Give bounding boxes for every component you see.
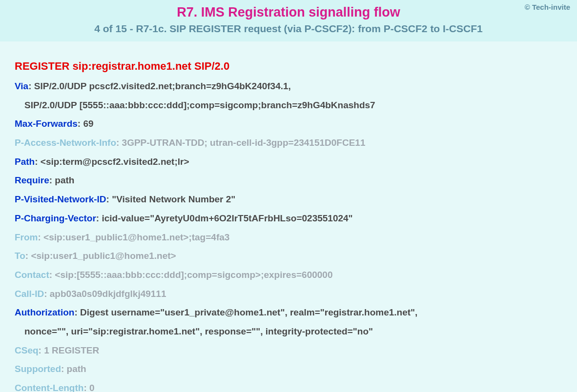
- to-header: To: <sip:user1_public1@home1.net>: [15, 250, 562, 262]
- contentlength-name: Content-Length: [15, 383, 83, 392]
- p-access-network-info-header: P-Access-Network-Info: 3GPP-UTRAN-TDD; u…: [15, 137, 562, 149]
- via-header-name: Via: [15, 81, 28, 91]
- via-header-cont: SIP/2.0/UDP [5555::aaa:bbb:ccc:ddd];comp…: [15, 99, 562, 112]
- pvni-value: : "Visited Network Number 2": [106, 194, 236, 204]
- call-id-header: Call-ID: apb03a0s09dkjdfglkj49111: [15, 288, 562, 300]
- supported-name: Supported: [15, 364, 61, 374]
- contentlength-value: : 0: [83, 383, 94, 392]
- authorization-header-cont: nonce="", uri="sip:registrar.home1.net",…: [15, 326, 562, 338]
- pcv-name: P-Charging-Vector: [15, 213, 96, 223]
- require-name: Require: [15, 175, 49, 185]
- to-name: To: [15, 251, 25, 261]
- to-value: : <sip:user1_public1@home1.net>: [25, 251, 176, 261]
- via-header-value1: : SIP/2.0/UDP pcscf2.visited2.net;branch…: [28, 81, 291, 91]
- sip-request-line: REGISTER sip:registrar.home1.net SIP/2.0: [15, 60, 562, 73]
- document-subtitle: 4 of 15 - R7-1c. SIP REGISTER request (v…: [10, 23, 567, 35]
- max-forwards-value: : 69: [78, 118, 94, 129]
- pani-name: P-Access-Network-Info: [15, 137, 116, 148]
- contact-name: Contact: [15, 270, 49, 280]
- auth-value1: : Digest username="user1_private@home1.n…: [74, 307, 417, 317]
- sip-method: REGISTER: [15, 60, 69, 72]
- document-title: R7. IMS Registration signalling flow: [10, 5, 567, 20]
- p-visited-network-id-header: P-Visited-Network-ID: "Visited Network N…: [15, 194, 562, 206]
- pvni-name: P-Visited-Network-ID: [15, 194, 106, 204]
- contact-value: : <sip:[5555::aaa:bbb:ccc:ddd];comp=sigc…: [49, 270, 333, 280]
- sip-request-uri: sip:registrar.home1.net SIP/2.0: [73, 60, 230, 72]
- document-header: R7. IMS Registration signalling flow 4 o…: [0, 0, 577, 41]
- contact-header: Contact: <sip:[5555::aaa:bbb:ccc:ddd];co…: [15, 269, 562, 281]
- path-name: Path: [15, 157, 35, 167]
- content-length-header: Content-Length: 0: [15, 382, 562, 392]
- from-value: : <sip:user1_public1@home1.net>;tag=4fa3: [38, 232, 230, 242]
- require-value: : path: [49, 175, 75, 185]
- pcv-value: : icid-value="AyretyU0dm+6O2IrT5tAFrbHLs…: [96, 213, 353, 223]
- cseq-value: : 1 REGISTER: [39, 345, 100, 355]
- authorization-header: Authorization: Digest username="user1_pr…: [15, 307, 562, 319]
- callid-name: Call-ID: [15, 289, 44, 299]
- sip-message-content: REGISTER sip:registrar.home1.net SIP/2.0…: [0, 41, 577, 392]
- callid-value: : apb03a0s09dkjdfglkj49111: [44, 289, 166, 299]
- cseq-header: CSeq: 1 REGISTER: [15, 345, 562, 357]
- copyright-notice: © Tech-invite: [525, 3, 570, 11]
- auth-value2: nonce="", uri="sip:registrar.home1.net",…: [24, 326, 373, 336]
- from-name: From: [15, 232, 38, 242]
- supported-value: : path: [61, 364, 86, 374]
- max-forwards-name: Max-Forwards: [15, 118, 78, 129]
- require-header: Require: path: [15, 175, 562, 187]
- cseq-name: CSeq: [15, 345, 39, 355]
- path-header: Path: <sip:term@pcscf2.visited2.net;lr>: [15, 156, 562, 168]
- pani-value: : 3GPP-UTRAN-TDD; utran-cell-id-3gpp=234…: [116, 137, 365, 148]
- via-header: Via: SIP/2.0/UDP pcscf2.visited2.net;bra…: [15, 80, 562, 93]
- from-header: From: <sip:user1_public1@home1.net>;tag=…: [15, 232, 562, 244]
- via-header-value2: SIP/2.0/UDP [5555::aaa:bbb:ccc:ddd];comp…: [24, 100, 375, 110]
- path-value: : <sip:term@pcscf2.visited2.net;lr>: [35, 157, 189, 167]
- max-forwards-header: Max-Forwards: 69: [15, 118, 562, 130]
- auth-name: Authorization: [15, 307, 74, 317]
- supported-header: Supported: path: [15, 363, 562, 375]
- p-charging-vector-header: P-Charging-Vector: icid-value="AyretyU0d…: [15, 213, 562, 225]
